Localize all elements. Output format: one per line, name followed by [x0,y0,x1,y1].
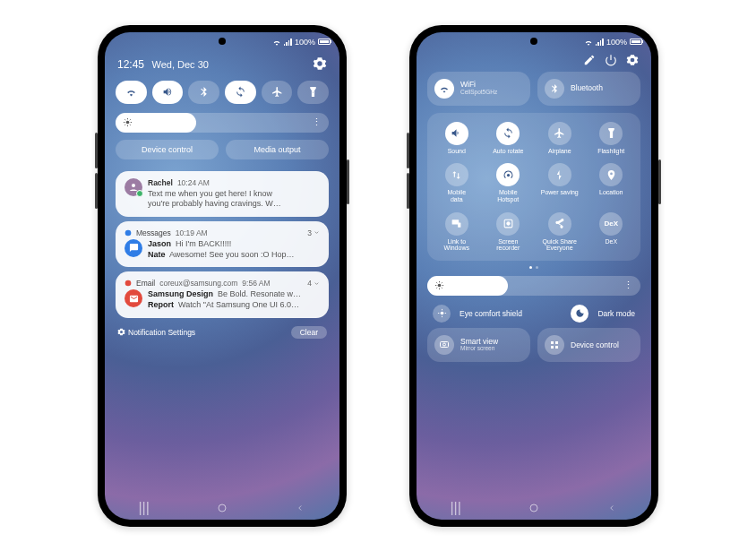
svg-point-18 [530,504,537,512]
devicecontrol-tile[interactable]: Device control [537,328,640,362]
svg-point-5 [507,174,510,176]
media-output-chip[interactable]: Media output [226,140,329,159]
notification-settings-link[interactable]: Notification Settings [117,328,195,337]
smartview-tile[interactable]: Smart viewMirror screen [427,328,530,362]
notification-card[interactable]: Email coreux@samsung.com 9:56 AM 4 Samsu… [116,271,329,317]
device-control-chip[interactable]: Device control [116,140,219,159]
tile-title: Bluetooth [571,84,603,92]
battery-pct: 100% [606,38,627,47]
top-tile-row: WiFiCellSpot5GHz Bluetooth [417,72,651,111]
sound-toggle[interactable]: Sound [433,122,481,155]
screenrec-toggle[interactable]: Screen recorder [485,212,533,252]
volume-up-button[interactable] [407,133,409,168]
power-button[interactable] [347,159,349,204]
app-badge-icon [125,239,142,257]
svg-point-13 [443,343,446,346]
svg-point-1 [132,184,135,187]
airplane-toggle[interactable] [262,81,293,104]
eyecomfort-icon [437,308,447,318]
location-toggle[interactable]: Location [588,163,636,202]
nav-back[interactable] [606,504,618,512]
linkwindows-toggle[interactable]: Link to Windows [433,212,481,252]
tile-sub: Mirror screen [460,345,498,352]
powersaving-icon [554,169,565,181]
camera-hole [219,38,226,45]
sound-toggle[interactable] [152,81,184,104]
devicecontrol-icon [545,335,564,355]
darkmode-toggle[interactable] [571,305,588,323]
autorotate-toggle[interactable] [225,81,256,104]
volume-down-button[interactable] [95,173,98,209]
chevron-down-icon [314,280,320,287]
brightness-slider[interactable]: ⋮ [427,276,640,296]
notif-title: Nate [148,250,166,259]
nav-bar: ||| [105,496,339,520]
phone-left: 100% 12:45 Wed, Dec 30 ⋮ Device control [98,25,347,527]
quickshare-toggle[interactable]: Quick Share Everyone [536,212,584,252]
camera-hole [530,38,537,45]
panel-header: 12:45 Wed, Dec 30 [105,48,339,75]
svg-point-0 [126,121,130,125]
phone-right: 100% WiFiCellSpot5GHz Bluetooth Sound Au… [409,25,658,527]
settings-icon[interactable] [313,56,327,71]
nav-recents[interactable]: ||| [450,500,462,516]
edit-icon[interactable] [583,54,596,66]
power-button[interactable] [658,159,661,204]
brightness-menu-icon[interactable]: ⋮ [312,116,322,128]
flashlight-icon [606,127,617,139]
location-icon [606,169,617,181]
battery-pct: 100% [295,38,315,47]
brightness-slider[interactable]: ⋮ [116,113,329,133]
svg-rect-14 [551,341,554,344]
brightness-menu-icon[interactable]: ⋮ [623,280,633,291]
wifi-icon [434,79,454,99]
notif-line: Text me when you get here! I know [148,189,320,200]
nav-back[interactable] [294,504,306,512]
battery-icon [630,39,642,45]
app-icon [125,280,132,287]
settings-icon[interactable] [626,54,639,66]
power-icon[interactable] [605,54,617,66]
svg-rect-15 [555,341,558,344]
dex-toggle[interactable]: DeXDeX [588,212,636,252]
nav-home[interactable] [216,503,228,513]
bluetooth-tile[interactable]: Bluetooth [537,72,640,106]
svg-rect-7 [458,222,460,227]
wifi-tile[interactable]: WiFiCellSpot5GHz [427,72,530,106]
hotspot-toggle[interactable]: Mobile Hotspot [485,163,533,202]
nav-recents[interactable]: ||| [138,500,150,516]
quickshare-icon [554,218,565,229]
pager [417,263,651,271]
tile-sub: CellSpot5GHz [460,89,497,96]
eyecomfort-toggle[interactable] [433,305,451,323]
brightness-icon [123,117,133,127]
mobiledata-toggle[interactable]: Mobile data [433,163,481,202]
wifi-toggle[interactable] [116,81,147,104]
clear-button[interactable]: Clear [291,326,327,339]
qs-grid: Sound Auto rotate Airplane Flashlight Mo… [427,113,640,261]
flashlight-toggle[interactable] [297,81,329,104]
flashlight-toggle[interactable]: Flashlight [588,122,636,155]
notif-line: you're probably having cravings. W… [148,199,320,210]
volume-up-button[interactable] [95,133,98,168]
svg-point-10 [438,284,442,288]
sound-icon [451,127,462,139]
notification-card[interactable]: Messages 10:19 AM 3 Jason Hi I'm BACK!!!… [116,221,329,267]
volume-down-button[interactable] [407,173,409,209]
gear-icon [117,328,125,336]
airplane-toggle[interactable]: Airplane [536,122,584,155]
smartview-icon [434,335,454,355]
notif-body: Awesome! See you soon :O Hop… [169,250,294,259]
notification-card[interactable]: Rachel 10:24 AM Text me when you get her… [116,171,329,217]
powersaving-toggle[interactable]: Power saving [536,163,584,202]
bluetooth-toggle[interactable] [188,81,219,104]
tile-title: Device control [571,341,619,349]
mode-row: Eye comfort shield Dark mode [417,299,651,328]
airplane-icon [554,127,565,139]
svg-point-4 [219,504,226,512]
battery-icon [318,39,331,45]
app-badge-icon [125,289,142,307]
nav-home[interactable] [528,503,540,513]
autorotate-toggle[interactable]: Auto rotate [485,122,533,155]
chevron-down-icon [314,229,320,236]
